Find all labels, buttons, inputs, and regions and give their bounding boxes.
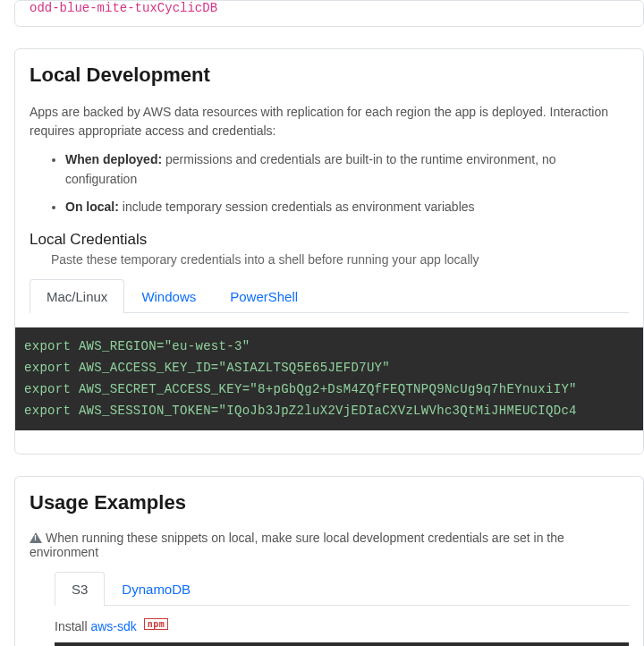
tab-dynamodb[interactable]: DynamoDB [105,572,208,606]
aws-sdk-link[interactable]: aws-sdk [90,619,136,633]
install-prefix: Install [55,619,90,633]
local-dev-title: Local Development [30,64,629,87]
local-dev-bullets: When deployed: permissions and credentia… [30,149,629,217]
usage-title: Usage Examples [30,491,629,514]
shell-tabs: Mac/Linux Windows PowerShell [30,279,629,313]
usage-warning: When running these snippets on local, ma… [30,531,629,559]
list-item: When deployed: permissions and credentia… [65,149,629,190]
usage-code-block[interactable] [55,642,629,646]
npm-badge-icon[interactable]: npm [144,618,169,630]
top-code-card: odd-blue-mite-tuxCyclicDB [14,0,644,27]
bullet-text: include temporary session credentials as… [119,200,475,214]
tab-mac-linux[interactable]: Mac/Linux [30,279,124,313]
usage-warning-text: When running these snippets on local, ma… [30,531,564,559]
list-item: On local: include temporary session cred… [65,197,629,217]
usage-examples-card: Usage Examples When running these snippe… [14,476,644,646]
bullet-label: On local: [65,200,119,214]
warning-icon [30,532,42,543]
local-creds-desc: Paste these temporary credentials into a… [51,252,629,267]
tab-powershell[interactable]: PowerShell [213,279,315,313]
install-line: Install aws-sdk npm [55,618,629,633]
local-dev-intro: Apps are backed by AWS data resources wi… [30,103,629,140]
local-creds-title: Local Credentials [30,231,629,249]
top-code-text: odd-blue-mite-tuxCyclicDB [15,1,643,26]
local-development-card: Local Development Apps are backed by AWS… [14,48,644,455]
tab-s3[interactable]: S3 [55,572,105,606]
tab-windows[interactable]: Windows [124,279,213,313]
usage-tabs: S3 DynamoDB [55,572,629,606]
credentials-terminal[interactable]: export AWS_REGION="eu-west-3" export AWS… [15,327,643,430]
bullet-label: When deployed: [65,152,162,166]
